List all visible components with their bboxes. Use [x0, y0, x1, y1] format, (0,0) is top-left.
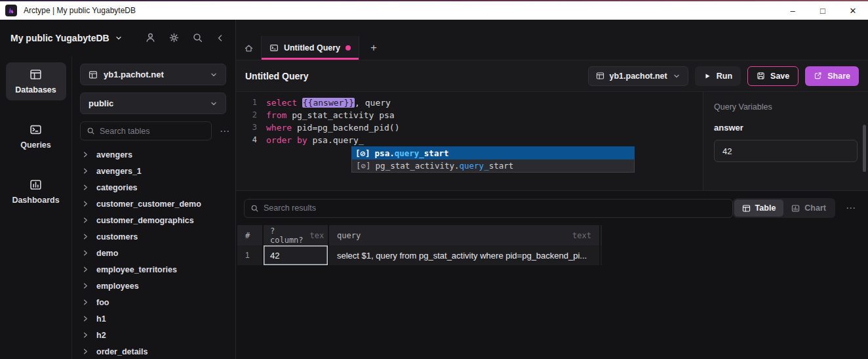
editor-line[interactable]: 1 select {{answer}}, query: [236, 96, 703, 109]
window-title: Arctype | My public YugabyteDB: [24, 6, 136, 15]
sidebar-item-label: Queries: [20, 140, 51, 150]
workspace-name[interactable]: My public YugabyteDB: [10, 33, 109, 43]
sidebar-item-queries[interactable]: Queries: [6, 117, 66, 156]
chart-view-button[interactable]: Chart: [783, 200, 834, 217]
workspace-bar: My public YugabyteDB: [0, 20, 235, 56]
chevron-right-icon: [82, 184, 89, 191]
query-server-select[interactable]: yb1.pachot.net: [588, 66, 688, 86]
results-more-button[interactable]: ⋯: [844, 202, 858, 214]
line-code: order by psa.query_: [266, 134, 364, 146]
table-list-item[interactable]: foo: [80, 294, 226, 310]
editor-lines: 1 select {{answer}}, query 2 from pg_sta…: [236, 96, 703, 146]
table-name: customers: [96, 232, 138, 242]
share-button[interactable]: Share: [805, 66, 859, 86]
chart-icon: [791, 204, 800, 213]
table-list-item[interactable]: order_details: [80, 343, 226, 359]
table-name: h1: [96, 314, 106, 324]
databases-icon: [30, 68, 42, 81]
tab-untitled-query[interactable]: Untitled Query: [261, 36, 359, 60]
line-number: 3: [241, 121, 257, 134]
variable-value-input[interactable]: [714, 140, 858, 162]
query-variables-panel: Query Variables answer: [703, 92, 868, 190]
autocomplete-item[interactable]: [⊘] pg_stat_activity.query_start: [351, 159, 635, 173]
line-code: select {{answer}}, query: [266, 96, 391, 109]
server-select[interactable]: yb1.pachot.net: [80, 64, 226, 85]
scrollbar-thumb[interactable]: [863, 125, 866, 172]
table-list-item[interactable]: customers: [80, 228, 226, 245]
selected-cell[interactable]: 42: [264, 245, 329, 265]
main-section: Untitled Query + Untitled Query yb1.pach…: [236, 20, 868, 359]
minimize-button[interactable]: –: [778, 1, 808, 20]
editor-line[interactable]: 4 order by psa.query_: [236, 134, 703, 146]
chevron-right-icon: [82, 249, 89, 257]
table-list-item[interactable]: avengers_1: [80, 163, 226, 179]
table-name: customer_demographics: [96, 216, 194, 225]
table-list-item[interactable]: employee_territories: [80, 261, 226, 278]
column-header[interactable]: query text: [329, 225, 601, 245]
dashboards-icon: [30, 179, 42, 191]
sql-editor[interactable]: 1 select {{answer}}, query 2 from pg_sta…: [236, 92, 703, 190]
save-icon: [757, 72, 765, 80]
new-tab-button[interactable]: +: [359, 36, 388, 60]
column-name: ?column?: [270, 226, 304, 245]
table-icon: [742, 204, 751, 213]
tables-list: avengers avengers_1 categories customer_…: [80, 146, 226, 359]
line-code: where pid=pg_backend_pid(): [266, 121, 400, 134]
sidebar-item-databases[interactable]: Databases: [6, 62, 66, 100]
column-name: query: [337, 231, 361, 240]
sidebar-item-dashboards[interactable]: Dashboards: [6, 173, 66, 211]
editor-row: 1 select {{answer}}, query 2 from pg_sta…: [236, 92, 868, 190]
save-button[interactable]: Save: [747, 66, 799, 86]
chevron-right-icon: [82, 282, 89, 289]
tab-home[interactable]: [236, 36, 261, 60]
table-list-item[interactable]: customer_demographics: [80, 212, 226, 228]
table-name: order_details: [96, 347, 148, 356]
nav-rail: Databases Queries Dashboards: [0, 56, 72, 359]
results-toolbar: Table Chart ⋯: [236, 191, 868, 225]
sidebar-item-label: Databases: [15, 85, 56, 95]
editor-line[interactable]: 2 from pg_stat_activity psa: [236, 109, 703, 121]
search-results-input[interactable]: [264, 203, 726, 213]
query-cell[interactable]: select $1, query from pg_stat_activity w…: [329, 245, 601, 265]
user-icon[interactable]: [145, 32, 156, 43]
table-list-item[interactable]: employees: [80, 278, 226, 294]
column-suggestion-icon: [⊘]: [355, 148, 370, 158]
row-number-header[interactable]: #: [237, 225, 264, 245]
schema-select[interactable]: public: [80, 93, 226, 114]
table-name: foo: [96, 298, 109, 307]
table-name: demo: [96, 249, 118, 258]
server-select-value: yb1.pachot.net: [104, 70, 164, 79]
table-list-item[interactable]: h1: [80, 310, 226, 327]
table-grid-icon: [596, 72, 604, 80]
tab-bar: Untitled Query +: [236, 20, 868, 60]
schema-select-value: public: [89, 98, 113, 108]
editor-line[interactable]: 3 where pid=pg_backend_pid(): [236, 121, 703, 134]
table-list-item[interactable]: h2: [80, 327, 226, 343]
table-name: categories: [96, 183, 138, 192]
table-view-button[interactable]: Table: [734, 200, 784, 217]
table-list-item[interactable]: customer_customer_demo: [80, 196, 226, 212]
query-tab-icon: [269, 43, 279, 53]
autocomplete-item[interactable]: [⊘] psa.query_start: [351, 146, 635, 159]
run-button[interactable]: Run: [695, 66, 741, 86]
maximize-button[interactable]: □: [808, 1, 838, 20]
search-icon: [87, 127, 95, 135]
column-header[interactable]: ?column? tex: [264, 225, 329, 245]
search-icon[interactable]: [192, 32, 203, 43]
sidebar-item-label: Dashboards: [12, 196, 59, 205]
chevron-right-icon: [82, 315, 89, 322]
table-list-item[interactable]: categories: [80, 179, 226, 196]
gear-icon[interactable]: [168, 32, 180, 43]
chevron-down-icon: [210, 71, 218, 79]
table-list-item[interactable]: avengers: [80, 146, 226, 163]
tables-more-button[interactable]: ⋯: [218, 125, 231, 137]
query-title[interactable]: Untitled Query: [245, 71, 308, 81]
tab-label: Untitled Query: [284, 43, 340, 53]
chevron-down-icon[interactable]: [115, 34, 123, 42]
close-button[interactable]: ✕: [838, 1, 868, 20]
collapse-sidebar-icon[interactable]: [216, 33, 225, 43]
search-tables-input[interactable]: [100, 127, 205, 136]
app-window: Arctype | My public YugabyteDB – □ ✕ My …: [0, 0, 868, 359]
table-name: employee_territories: [96, 265, 177, 274]
table-list-item[interactable]: demo: [80, 245, 226, 261]
